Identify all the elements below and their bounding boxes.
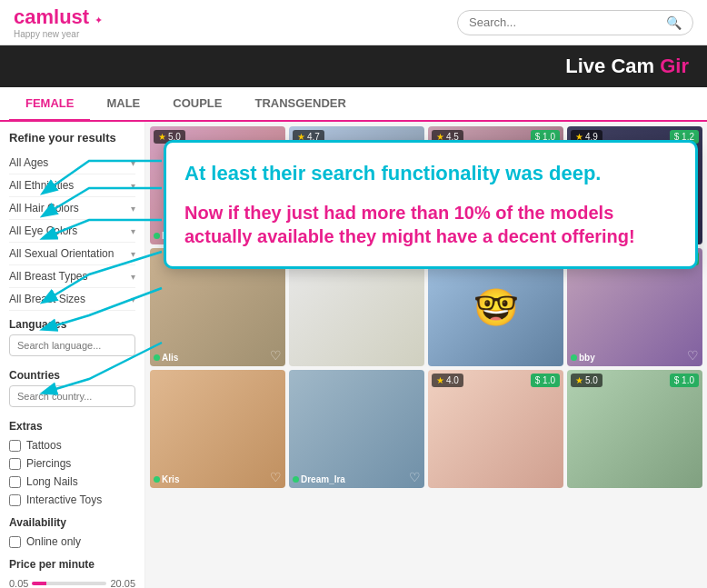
chevron-down-icon: ▾ [131,181,135,191]
piercings-label: Piercings [26,457,71,470]
banner: Live Cam Gir [0,45,707,87]
main-content: Refine your results All Ages ▾ All Ethni… [0,122,707,588]
filter-breast-sizes[interactable]: All Breast Sizes ▾ [9,288,135,311]
banner-text: Live Cam [565,55,660,77]
filter-eye-colors[interactable]: All Eye Colors ▾ [9,220,135,243]
filter-ages[interactable]: All Ages ▾ [9,152,135,174]
banner-highlight: Gir [660,55,689,77]
annotation-text-2: Now if they just had more than 10% of th… [184,201,677,248]
site-header: camlust ✦ Happy new year 🔍 [0,0,707,45]
price-min: 0.05 [9,578,28,588]
long-nails-label: Long Nails [26,475,78,488]
filter-sexual-orientation[interactable]: All Sexual Orientation ▾ [9,243,135,265]
model-card[interactable]: Dream_Ira ♡ [289,370,424,488]
logo-colored: cam [14,5,54,28]
filter-hair-colors[interactable]: All Hair Colors ▾ [9,197,135,220]
model-name: Kris [154,474,179,484]
countries-title: Countries [9,362,135,385]
online-indicator [154,476,160,483]
chevron-down-icon: ▾ [131,226,135,236]
logo-area: camlust ✦ Happy new year [14,5,103,39]
chevron-down-icon: ▾ [131,249,135,259]
filter-ethnicities-label: All Ethnicities [9,179,74,192]
refine-title: Refine your results [9,131,135,145]
chevron-down-icon: ▾ [131,158,135,168]
price-range: 0.05 20.05 [9,578,135,588]
nav-tabs: FEMALE MALE COUPLE TRANSGENDER [0,87,707,122]
online-indicator [154,233,160,239]
model-card[interactable]: ★ 4.0 $ 1.0 [428,370,563,488]
annotation-text-1: At least their search functionality was … [184,161,677,187]
star-icon: ★ [436,375,444,385]
filter-ages-label: All Ages [9,156,48,169]
availability-online-only[interactable]: Online only [9,533,135,551]
rating-badge: ★ 5.0 [571,374,602,387]
model-name: Dream_Ira [293,474,345,484]
chevron-down-icon: ▾ [131,294,135,304]
filter-breast-sizes-label: All Breast Sizes [9,293,85,305]
filter-ethnicities[interactable]: All Ethnicities ▾ [9,174,135,197]
online-only-label: Online only [26,535,81,548]
tattoos-label: Tattoos [26,439,62,452]
chevron-down-icon: ▾ [131,272,135,282]
piercings-checkbox[interactable] [9,458,21,470]
price-slider[interactable] [32,582,106,585]
search-bar[interactable]: 🔍 [457,10,693,35]
country-search-input[interactable] [9,385,135,407]
model-card[interactable]: Kris ♡ [150,370,285,488]
online-only-checkbox[interactable] [9,536,21,548]
online-indicator [154,354,160,361]
tab-couple[interactable]: COUPLE [156,87,238,122]
model-name: Alis [154,353,178,363]
extra-tattoos[interactable]: Tattoos [9,436,135,454]
price-badge: $ 1.0 [531,374,560,387]
sidebar: Refine your results All Ages ▾ All Ethni… [0,122,145,588]
search-icon[interactable]: 🔍 [666,15,682,30]
filter-hair-label: All Hair Colors [9,202,79,214]
heart-icon[interactable]: ♡ [270,470,282,484]
tab-male[interactable]: MALE [90,87,156,122]
star-icon: ★ [575,375,583,385]
tattoos-checkbox[interactable] [9,440,21,452]
filter-breast-types[interactable]: All Breast Types ▾ [9,265,135,288]
search-input[interactable] [469,15,666,29]
extras-title: Extras [9,413,135,436]
online-indicator [571,354,577,361]
filter-breast-types-label: All Breast Types [9,270,87,283]
price-badge: $ 1.0 [670,374,699,387]
model-name: bby [571,353,595,363]
extra-piercings[interactable]: Piercings [9,454,135,473]
annotation-overlay: At least their search functionality was … [164,140,698,269]
languages-title: Languages [9,311,135,334]
logo[interactable]: camlust ✦ [14,5,103,29]
star-icon: ★ [158,132,166,142]
logo-icon: ✦ [95,15,103,25]
logo-rest: lust [54,5,89,28]
long-nails-checkbox[interactable] [9,476,21,488]
filter-orientation-label: All Sexual Orientation [9,247,114,260]
extra-long-nails[interactable]: Long Nails [9,473,135,491]
interactive-toys-label: Interactive Toys [26,493,102,506]
tab-transgender[interactable]: TRANSGENDER [238,87,362,122]
heart-icon[interactable]: ♡ [270,348,282,363]
interactive-toys-checkbox[interactable] [9,494,21,506]
language-search-input[interactable] [9,334,135,356]
heart-icon[interactable]: ♡ [409,470,421,484]
rating-badge: ★ 4.0 [432,374,463,387]
online-indicator [293,476,299,483]
tab-female[interactable]: FEMALE [9,87,90,122]
filter-eye-label: All Eye Colors [9,224,77,237]
availability-title: Availability [9,509,135,533]
price-title: Price per minute [9,551,135,574]
model-card[interactable]: ★ 5.0 $ 1.0 [567,370,702,488]
chevron-down-icon: ▾ [131,204,135,214]
price-max: 20.05 [110,578,135,588]
heart-icon[interactable]: ♡ [687,348,699,363]
logo-tagline: Happy new year [14,29,103,39]
grid-area: ★ 5.0 Kelli ♡ ★ 4.7 ★ 4.5 $ 1.0 Ty ♡ ★ 4… [145,122,707,588]
extra-interactive-toys[interactable]: Interactive Toys [9,491,135,509]
